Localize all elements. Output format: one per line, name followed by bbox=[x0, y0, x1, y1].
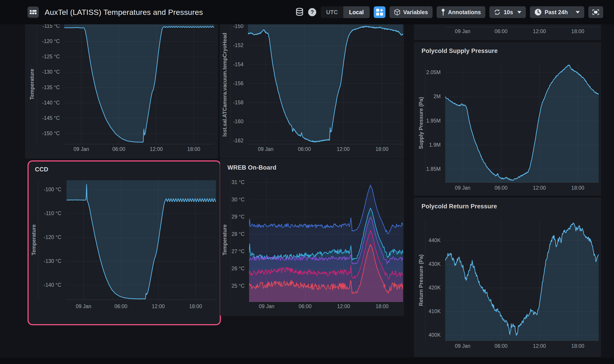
refresh-icon bbox=[494, 9, 501, 15]
add-panel-button[interactable] bbox=[374, 6, 386, 18]
utc-toggle-option[interactable]: UTC bbox=[321, 6, 343, 18]
grid-layout-icon bbox=[30, 10, 37, 14]
dashboards-grid-button[interactable] bbox=[27, 7, 39, 18]
header-left: AuxTel (LATISS) Temperatures and Pressur… bbox=[0, 7, 295, 18]
panel-title[interactable]: Polycold Supply Pressure bbox=[422, 48, 498, 54]
dashboard-header: AuxTel (LATISS) Temperatures and Pressur… bbox=[0, 0, 614, 24]
dashboard-title: AuxTel (LATISS) Temperatures and Pressur… bbox=[45, 8, 203, 17]
time-range-button[interactable]: Past 24h bbox=[530, 6, 584, 18]
chevron-down-icon bbox=[576, 11, 580, 13]
panel-title[interactable]: Polycold Return Pressure bbox=[422, 203, 497, 210]
refresh-interval-button[interactable]: 10s bbox=[489, 6, 526, 18]
kiosk-mode-button[interactable] bbox=[588, 6, 603, 18]
annotations-label: Annotations bbox=[448, 9, 481, 15]
refresh-interval-label: 10s bbox=[504, 9, 513, 15]
add-panel-icon bbox=[376, 9, 383, 15]
annotations-button[interactable]: Annotations bbox=[437, 6, 485, 18]
variables-label: Variables bbox=[403, 9, 428, 15]
bottom-strip bbox=[0, 358, 614, 364]
variables-cube-icon bbox=[394, 9, 400, 15]
panel-ccd-highlighted[interactable]: CCD bbox=[27, 160, 221, 325]
panel-cutoff-top-right[interactable] bbox=[414, 24, 601, 40]
kiosk-tv-icon bbox=[592, 9, 600, 15]
panel-title[interactable]: CCD bbox=[35, 166, 48, 173]
panel-title[interactable]: WREB On-Board bbox=[227, 164, 276, 171]
grafana-dashboard: Polycold Supply Pressure CCD WREB On-Boa… bbox=[0, 0, 614, 364]
timezone-toggle: UTC Local bbox=[321, 6, 370, 18]
panel-wreb-onboard[interactable]: WREB On-Board bbox=[220, 159, 404, 316]
time-range-label: Past 24h bbox=[545, 9, 568, 15]
local-toggle-option[interactable]: Local bbox=[343, 6, 370, 18]
panel-polycold-supply-pressure[interactable]: Polycold Supply Pressure bbox=[414, 42, 601, 195]
annotation-pin-icon bbox=[441, 9, 445, 16]
variables-button[interactable]: Variables bbox=[389, 6, 433, 18]
panel-temperature-cryo[interactable] bbox=[25, 24, 218, 158]
svg-text:?: ? bbox=[311, 9, 314, 15]
chevron-down-icon bbox=[517, 11, 521, 13]
panel-tempcryohead[interactable] bbox=[220, 24, 404, 158]
help-icon[interactable]: ? bbox=[308, 8, 317, 17]
panel-polycold-return-pressure[interactable]: Polycold Return Pressure bbox=[414, 198, 601, 357]
header-toolbar: ? UTC Local Variables bbox=[295, 6, 614, 18]
datasource-icon[interactable] bbox=[295, 8, 304, 17]
clock-icon bbox=[534, 9, 542, 16]
